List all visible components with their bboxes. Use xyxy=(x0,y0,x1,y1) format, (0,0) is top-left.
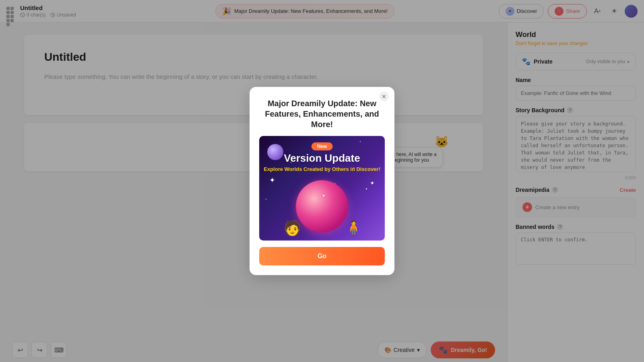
figure-right: 🧍 xyxy=(345,220,363,237)
modal-image-bg: New Version Update Explore Worlds Create… xyxy=(259,136,385,241)
figure-left: 🧑 xyxy=(283,220,301,237)
planet-small xyxy=(267,144,283,160)
sparkle-1: ✦ xyxy=(269,176,275,185)
modal-overlay[interactable]: ✕ Major Dreamily Update: New Features, E… xyxy=(0,0,644,362)
explore-text: Explore Worlds Created by Others in Disc… xyxy=(264,166,380,172)
new-badge: New xyxy=(312,142,333,150)
modal: ✕ Major Dreamily Update: New Features, E… xyxy=(250,87,394,275)
planet-large xyxy=(296,180,348,232)
modal-go-button[interactable]: Go xyxy=(259,247,385,265)
sparkle-2: ✦ xyxy=(322,193,325,198)
modal-image: New Version Update Explore Worlds Create… xyxy=(259,136,385,241)
modal-close-button[interactable]: ✕ xyxy=(379,92,389,101)
modal-title: Major Dreamily Update: New Features, Enh… xyxy=(259,98,385,130)
version-update-text: Version Update xyxy=(284,152,360,165)
sparkle-3: ✦ xyxy=(370,180,375,186)
